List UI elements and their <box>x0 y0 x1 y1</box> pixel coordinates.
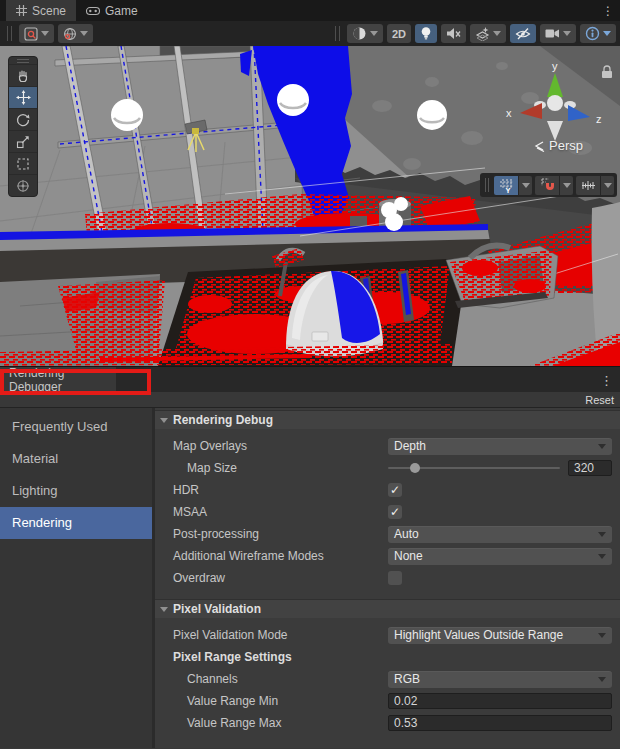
gizmos-toggle-button[interactable] <box>580 24 616 43</box>
increment-options-dropdown[interactable] <box>601 176 614 195</box>
post-processing-dropdown[interactable]: Auto <box>388 526 612 543</box>
tab-rendering-debugger[interactable]: Rendering Debugger <box>0 367 116 392</box>
tool-settings-button[interactable] <box>19 24 54 43</box>
field-label: Post-processing <box>155 527 388 541</box>
foldout-triangle-icon <box>160 418 168 423</box>
scene-lighting-toggle-button[interactable] <box>415 24 437 43</box>
axis-z-cone[interactable] <box>568 105 590 121</box>
axis-y-label: y <box>552 61 558 72</box>
unity-editor-window: Scene Game ⋮ <box>0 0 620 749</box>
row-map-size: Map Size <box>155 457 620 479</box>
chevron-down-icon <box>598 532 606 537</box>
scene-viewport[interactable]: y x z Persp <box>0 46 620 366</box>
field-label: Additional Wireframe Modes <box>155 549 388 563</box>
scene-menu-kebab-icon[interactable]: ⋮ <box>602 0 614 21</box>
debugger-menu-kebab-icon[interactable]: ⋮ <box>600 367 613 393</box>
snap-increment-button[interactable] <box>576 176 600 195</box>
tab-scene-label: Scene <box>32 4 66 18</box>
camera-icon <box>545 28 560 39</box>
transform-tool-button[interactable] <box>9 174 37 196</box>
row-pixel-range-settings: Pixel Range Settings <box>155 646 620 668</box>
audio-toggle-button[interactable] <box>441 24 466 43</box>
sidebar-item-material[interactable]: Material <box>0 443 152 475</box>
sidebar-item-lighting[interactable]: Lighting <box>0 475 152 507</box>
map-size-field[interactable] <box>568 460 612 476</box>
dropdown-value: Highlight Values Outside Range <box>394 628 563 642</box>
tab-scene[interactable]: Scene <box>6 0 76 21</box>
row-pixel-validation-mode: Pixel Validation Mode Highlight Values O… <box>155 624 620 646</box>
move-tool-button[interactable] <box>9 86 37 108</box>
axis-x-cone[interactable] <box>520 103 542 119</box>
rendering-debugger-panel: Rendering Debugger ⋮ Reset Frequently Us… <box>0 366 620 749</box>
slider-knob[interactable] <box>410 463 420 473</box>
overlay-drag-handle[interactable] <box>485 178 489 192</box>
hdr-checkbox[interactable] <box>388 483 402 497</box>
field-label: MSAA <box>155 505 388 519</box>
toolbar-drag-handle[interactable] <box>335 26 340 41</box>
persp-label: Persp <box>549 138 583 153</box>
scene-toolbar: 2D <box>0 21 620 46</box>
axis-y-cone[interactable] <box>547 73 563 97</box>
grid-snap-toolbar: Y <box>480 173 617 197</box>
snap-toggle-button[interactable] <box>535 176 559 195</box>
persp-chevron-icon <box>534 140 545 152</box>
dropdown-value: None <box>394 549 423 563</box>
gizmo-center[interactable] <box>547 95 563 111</box>
dropdown-value: RGB <box>394 672 420 686</box>
scene-camera-button[interactable] <box>540 24 576 43</box>
effects-toggle-button[interactable] <box>470 24 506 43</box>
scene-tools-overlay <box>8 56 38 197</box>
channels-dropdown[interactable]: RGB <box>388 671 612 688</box>
field-label: Value Range Min <box>155 694 388 708</box>
light-bulb-icon <box>420 26 432 41</box>
section-rendering-debug[interactable]: Rendering Debug <box>155 410 620 429</box>
svg-text:Y: Y <box>505 185 510 193</box>
snap-options-dropdown[interactable] <box>560 176 573 195</box>
2d-toggle-button[interactable]: 2D <box>387 24 411 43</box>
debugger-body: Frequently Used Material Lighting Render… <box>0 408 620 748</box>
audio-muted-icon <box>446 27 461 40</box>
grid-visibility-button[interactable]: Y <box>494 176 518 195</box>
overdraw-checkbox[interactable] <box>388 571 402 585</box>
grid-options-dropdown[interactable] <box>519 176 532 195</box>
map-overlays-dropdown[interactable]: Depth <box>388 438 612 455</box>
reset-button[interactable]: Reset <box>585 394 614 406</box>
tool-handle-rotation-button[interactable] <box>58 24 93 43</box>
overlay-drag-handle[interactable] <box>9 57 37 64</box>
shaded-sphere-icon <box>352 26 367 41</box>
tab-game[interactable]: Game <box>76 0 148 21</box>
section-pixel-validation[interactable]: Pixel Validation <box>155 599 620 618</box>
group-label: Pixel Range Settings <box>155 650 388 664</box>
chevron-down-icon <box>522 183 530 188</box>
hand-tool-button[interactable] <box>9 64 37 86</box>
perspective-toggle[interactable]: Persp <box>534 138 583 153</box>
chevron-down-icon <box>598 677 606 682</box>
rect-icon <box>16 157 30 171</box>
toolbar-drag-handle[interactable] <box>7 26 12 41</box>
lock-icon[interactable] <box>602 66 612 78</box>
gizmos-info-icon <box>585 26 600 41</box>
map-size-slider[interactable] <box>388 461 560 475</box>
additional-wireframe-modes-dropdown[interactable]: None <box>388 548 612 565</box>
field-label: Value Range Max <box>155 716 388 730</box>
chevron-down-icon <box>493 31 501 36</box>
rotate-tool-button[interactable] <box>9 108 37 130</box>
msaa-checkbox[interactable] <box>388 505 402 519</box>
scale-tool-button[interactable] <box>9 130 37 152</box>
sidebar-item-rendering[interactable]: Rendering <box>0 507 152 539</box>
scene-visibility-toggle-button[interactable] <box>510 24 536 43</box>
pivot-icon <box>24 27 38 41</box>
value-range-max-field[interactable] <box>388 715 612 731</box>
chevron-down-icon <box>41 31 49 36</box>
chevron-down-icon <box>598 554 606 559</box>
pixel-validation-mode-dropdown[interactable]: Highlight Values Outside Range <box>388 627 612 644</box>
debugger-sidebar: Frequently Used Material Lighting Render… <box>0 408 152 748</box>
row-msaa: MSAA <box>155 501 620 523</box>
rect-tool-button[interactable] <box>9 152 37 174</box>
sidebar-item-frequently-used[interactable]: Frequently Used <box>0 411 152 443</box>
value-range-min-field[interactable] <box>388 693 612 709</box>
eye-hidden-icon <box>515 27 531 40</box>
debugger-toolbar: Reset <box>0 392 620 408</box>
draw-mode-button[interactable] <box>347 24 383 43</box>
effects-layers-icon <box>475 27 490 41</box>
